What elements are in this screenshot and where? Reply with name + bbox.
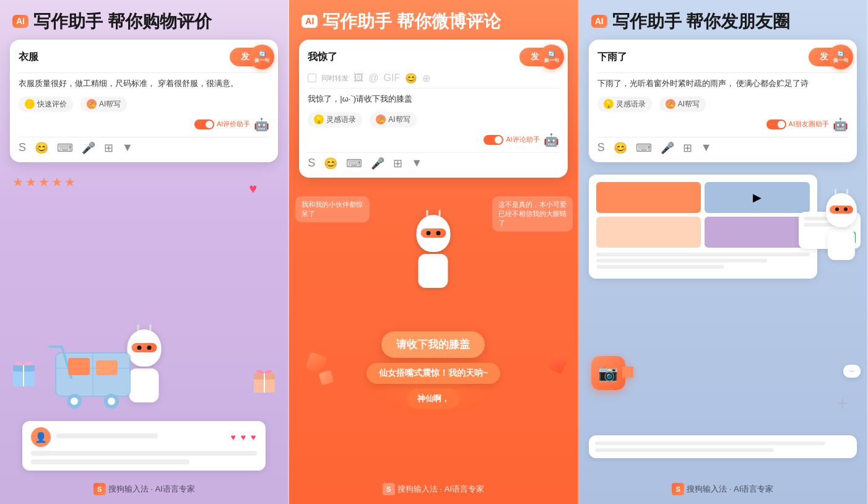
robot-right [826,193,857,260]
left-title: AI 写作助手 帮你购物评价 [0,0,288,40]
ai-write-icon-r: ✍ [666,99,675,109]
antenna-m-right [438,210,440,216]
middle-inspiration-btn[interactable]: 💡 灵感语录 [308,112,362,128]
middle-title: AI 写作助手 帮你微博评论 [289,0,577,40]
cube-deco1 [305,352,328,374]
left-title-text: 写作助手 帮你购物评价 [33,11,212,32]
gift-box-left [10,357,38,390]
middle-title-text: 写作助手 帮你微博评论 [323,11,501,32]
emoji-icon-wb[interactable]: 😊 [405,72,417,84]
ai-badge-middle: AI [302,15,318,28]
keyboard-icon-r[interactable]: ⌨ [636,141,652,155]
cube-deco2 [319,370,334,385]
expand-icon-m[interactable]: ▼ [411,157,422,170]
sogou-key-icon-r[interactable]: S [597,141,605,154]
at-icon[interactable]: @ [368,72,378,84]
right-swap-button[interactable]: 🔄 换一句 [828,45,853,69]
plus-icon-wb[interactable]: ⊕ [422,72,430,84]
middle-toggle-pill [484,135,503,145]
middle-output-text: 我惊了，|ω·`)请收下我的膝盖 [308,92,558,106]
robot-head-right [826,193,857,227]
middle-input[interactable]: 我惊了 [308,47,514,67]
middle-illustration: 我和我的小伙伴都惊呆了 这不是真的，本小可爱已经不相信我的大眼睛了 请收下我的膝… [289,178,577,477]
expand-icon-r[interactable]: ▼ [701,141,712,154]
social-text-2 [596,259,767,263]
gift-box-right [252,366,277,396]
right-toggle-pill [766,119,786,129]
social-img-2: ▶ [705,182,810,213]
robot-head-middle [416,215,450,252]
grid-icon[interactable]: ⊞ [104,141,113,155]
right-output-text: 下雨了，光听着窗外时紧时疏的雨声， 便满心都会贮足了诗 [597,77,848,90]
left-swap-button[interactable]: 🔄 换一句 [250,45,274,69]
left-toggle-pill [194,119,214,129]
middle-ai-write-btn[interactable]: ✍ AI帮写 [370,112,416,128]
middle-panel: AI 写作助手 帮你微博评论 我惊了 发送 🔄 换一句 同时转发 🖼 @ GIF… [289,0,578,504]
left-output-text: 衣服质量很好，做工精细，尺码标准， 穿着很舒服，很满意。 [19,77,269,90]
bubble1: 请收下我的膝盖 [381,331,485,358]
bubble-group: 请收下我的膝盖 仙女捂嘴式震惊！我的天呐~ 神仙啊， [353,331,514,409]
shopping-cart-svg [37,334,149,409]
mic-icon-r[interactable]: 🎤 [661,141,674,155]
left-input-row: 衣服 发送 [19,47,269,67]
left-action-row: ⚡ 快速评价 ✍ AI帮写 [19,97,269,112]
review-hearts: ♥ ♥ ♥ [231,432,258,442]
ai-write-icon: ✍ [87,99,97,109]
middle-keyboard-row: S 😊 ⌨ 🎤 ⊞ ▼ [308,152,558,170]
keyboard-icon-m[interactable]: ⌨ [346,157,362,170]
middle-robot-avatar: 🤖 [544,133,559,147]
right-toggle[interactable]: AI朋友圈助手 [766,119,829,129]
emoji-icon-r[interactable]: 😊 [614,141,627,155]
keyboard-icon[interactable]: ⌨ [57,141,73,155]
left-quick-review-btn[interactable]: ⚡ 快速评价 [19,97,73,112]
bubble3: 神仙啊， [407,389,459,409]
svg-rect-8 [96,360,118,375]
social-img-4 [705,217,810,248]
app-icon: 📷 [591,356,625,390]
middle-toggle-row: AI评论助手 🤖 [308,133,558,147]
grid-icon-r[interactable]: ⊞ [683,141,692,155]
cube-deco3 [547,353,568,374]
social-img-3 [596,217,701,248]
left-input[interactable]: 衣服 [19,47,225,67]
inspiration-icon: 💡 [314,115,324,124]
right-ai-write-btn[interactable]: ✍ AI帮写 [659,97,706,112]
sogou-logo-middle: S [383,483,395,495]
emoji-icon[interactable]: 😊 [35,141,48,155]
left-ai-write-btn[interactable]: ✍ AI帮写 [80,97,127,112]
sogou-key-icon[interactable]: S [19,141,26,154]
antenna-right [149,324,151,331]
share-checkbox[interactable] [308,74,316,82]
mic-icon-m[interactable]: 🎤 [371,157,384,170]
mic-icon[interactable]: 🎤 [82,141,95,155]
svg-point-2 [71,398,78,405]
speech-bubble-right: ··· [843,365,861,378]
right-action-row: 💡 灵感语录 ✍ AI帮写 [597,97,848,112]
robot-eye-r2 [844,207,848,211]
right-robot-avatar: 🤖 [833,117,848,132]
image-icon[interactable]: 🖼 [354,72,363,84]
quick-review-icon: ⚡ [25,99,35,109]
right-inspiration-btn[interactable]: 💡 灵感语录 [597,97,652,112]
robot-visor-middle [420,228,446,238]
left-app-card: 衣服 发送 🔄 换一句 衣服质量很好，做工精细，尺码标准， 穿着很舒服，很满意。… [10,40,278,162]
right-app-card: 下雨了 发送 🔄 换一句 下雨了，光听着窗外时紧时疏的雨声， 便满心都会贮足了诗… [589,40,857,162]
emoji-icon-m[interactable]: 😊 [324,157,337,170]
robot-visor-right [830,206,853,214]
middle-app-card: 我惊了 发送 🔄 换一句 同时转发 🖼 @ GIF 😊 ⊕ 我惊了，|ω·`)请… [299,40,567,178]
sogou-key-icon-m[interactable]: S [308,157,315,170]
left-toggle[interactable]: AI评价助手 [194,119,250,129]
middle-swap-button[interactable]: 🔄 换一句 [539,45,564,69]
antenna-m-left [426,210,428,216]
orange-dot [622,367,633,378]
left-toggle-dot [206,121,213,128]
grid-icon-m[interactable]: ⊞ [393,157,402,170]
svg-point-4 [108,398,115,405]
expand-icon[interactable]: ▼ [122,141,133,154]
middle-toggle[interactable]: AI评论助手 [484,135,539,145]
gif-icon[interactable]: GIF [384,72,401,84]
right-input[interactable]: 下雨了 [597,47,804,67]
right-bottom-card [589,435,857,458]
left-panel: AI 写作助手 帮你购物评价 衣服 发送 🔄 换一句 衣服质量很好，做工精细，尺… [0,0,289,504]
middle-action-row: 💡 灵感语录 ✍ AI帮写 [308,112,558,128]
